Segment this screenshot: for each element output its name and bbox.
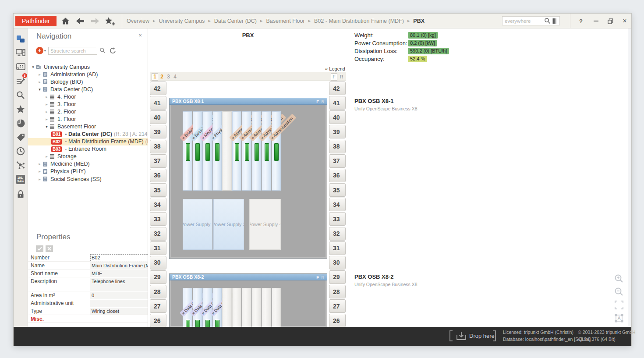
tree-item[interactable]: ▸Biology (BIO) bbox=[28, 78, 148, 85]
expand-icon[interactable]: ▸ bbox=[37, 162, 42, 166]
tags-button[interactable] bbox=[14, 131, 28, 143]
tree-item[interactable]: B03- Entrance Room bbox=[28, 145, 148, 153]
devices-button[interactable] bbox=[14, 47, 28, 59]
back-button[interactable] bbox=[74, 15, 86, 27]
property-value[interactable]: 0 bbox=[90, 292, 148, 299]
property-value[interactable]: Wiring closet bbox=[90, 308, 148, 315]
rack-r-label[interactable]: R bbox=[321, 99, 324, 104]
expand-icon[interactable]: ▸ bbox=[37, 177, 42, 181]
status-led bbox=[205, 320, 210, 327]
breadcrumb-item[interactable]: University Campus bbox=[159, 18, 205, 24]
drop-target[interactable] bbox=[456, 331, 467, 342]
breadcrumb-item[interactable]: B02 - Main Distribution Frame (MDF) bbox=[314, 18, 404, 24]
rack-front-rear-toggle[interactable]: FR bbox=[314, 99, 324, 104]
security-button[interactable] bbox=[14, 188, 28, 200]
rack-slot[interactable] bbox=[262, 288, 271, 327]
rack-slot[interactable] bbox=[242, 288, 251, 327]
tree-item[interactable]: ▸Social Sciences (SS) bbox=[28, 175, 148, 183]
history-button[interactable] bbox=[14, 145, 28, 157]
tree-item[interactable]: ▸3. Floor bbox=[28, 100, 148, 108]
property-value[interactable] bbox=[90, 300, 148, 307]
breadcrumb-item[interactable]: Data Center (DC) bbox=[214, 18, 257, 24]
rack-slot[interactable] bbox=[222, 288, 232, 327]
structure-search-input[interactable] bbox=[48, 47, 97, 55]
breadcrumb-item[interactable]: PBX bbox=[413, 18, 425, 24]
rack-header[interactable]: PBX OSB X8-1FR bbox=[170, 98, 327, 105]
expand-icon[interactable]: ▸ bbox=[44, 117, 50, 121]
tree-item[interactable]: ▸2. Floor bbox=[28, 108, 148, 115]
rack-header[interactable]: PBX OSB X8-2FR bbox=[170, 274, 327, 280]
tree-item[interactable]: ▸Medicine (MED) bbox=[28, 160, 148, 168]
collapse-icon[interactable]: ▾ bbox=[37, 87, 42, 92]
breadcrumb-item[interactable]: Basement Floor bbox=[266, 18, 304, 24]
power-supply[interactable]: Power Supply 4 bbox=[249, 199, 281, 250]
navigation-tree-button[interactable] bbox=[14, 33, 28, 45]
tree-item[interactable]: ▸Storage bbox=[28, 153, 148, 160]
expand-icon[interactable]: ▸ bbox=[37, 72, 42, 77]
rack-f-label[interactable]: F bbox=[316, 275, 319, 280]
breadcrumb-item[interactable]: Overview bbox=[127, 18, 149, 24]
page-tab[interactable]: 4 bbox=[172, 74, 178, 80]
barcode-scan-icon[interactable] bbox=[552, 18, 558, 24]
tree-item[interactable]: B02- Main Distribution Frame (MDF)(R: bbox=[28, 138, 148, 145]
rack-slot[interactable] bbox=[232, 288, 242, 327]
property-value[interactable]: Telephone lines bbox=[90, 278, 148, 291]
expand-icon[interactable]: ▸ bbox=[44, 102, 50, 106]
tree-item[interactable]: ▸Physics (PHY) bbox=[28, 168, 148, 175]
tree-item[interactable]: ▾Basement Floor bbox=[28, 123, 148, 131]
tree-item[interactable]: ▾Data Center (DC) bbox=[28, 85, 148, 93]
close-button[interactable]: × bbox=[619, 16, 630, 26]
add-favorite-button[interactable] bbox=[104, 15, 116, 27]
structure-search-icon[interactable] bbox=[99, 47, 106, 53]
tasks-button[interactable]: 3 bbox=[14, 75, 28, 87]
zoom-in-button[interactable] bbox=[614, 273, 624, 284]
apply-properties-button[interactable] bbox=[36, 245, 43, 252]
rack-f-label[interactable]: F bbox=[316, 99, 319, 104]
tree-item[interactable]: B01- Data Center (DC)(R: 28 | A: 2145 | bbox=[28, 131, 148, 138]
forward-button[interactable] bbox=[89, 15, 101, 27]
zoom-fit-button[interactable] bbox=[614, 300, 624, 310]
expand-icon[interactable]: ▸ bbox=[44, 95, 50, 99]
power-supply[interactable]: Power Supply 3 bbox=[213, 199, 244, 250]
ip-addresses-button[interactable]: 192.0.0.1 bbox=[14, 173, 28, 185]
add-structure-button[interactable]: + bbox=[36, 47, 43, 54]
home-button[interactable] bbox=[59, 15, 71, 27]
zoom-out-button[interactable] bbox=[614, 287, 624, 297]
rack-front-rear-toggle[interactable]: FR bbox=[314, 274, 324, 280]
expand-icon[interactable]: ▸ bbox=[44, 110, 50, 114]
tree-item[interactable]: ▸Administration (AD) bbox=[28, 71, 148, 78]
minimize-button[interactable] bbox=[591, 16, 601, 26]
expand-icon[interactable]: ▸ bbox=[37, 169, 42, 174]
restore-button[interactable] bbox=[605, 16, 616, 26]
tree-item[interactable]: ▸1. Floor bbox=[28, 115, 148, 123]
favorites-button[interactable] bbox=[14, 103, 28, 115]
app-logo[interactable]: Pathfinder bbox=[15, 16, 57, 26]
global-search-input[interactable] bbox=[502, 18, 544, 24]
tree-item[interactable]: ▸4. Floor bbox=[28, 93, 148, 100]
expand-icon[interactable]: ▸ bbox=[44, 154, 50, 159]
reports-button[interactable] bbox=[14, 117, 28, 129]
rack-slot[interactable] bbox=[222, 111, 232, 191]
toggle-labels-button[interactable]: A bbox=[614, 313, 624, 323]
rack-slot[interactable] bbox=[272, 288, 281, 327]
panel-close-button[interactable]: × bbox=[137, 32, 144, 39]
cancel-properties-button[interactable] bbox=[46, 245, 53, 252]
property-value[interactable]: B02 bbox=[90, 254, 148, 261]
tree-item[interactable]: ▾University Campus bbox=[28, 63, 148, 71]
power-supply[interactable]: Power Supply 2 bbox=[183, 199, 212, 250]
help-button[interactable]: ? bbox=[576, 16, 586, 26]
refresh-icon[interactable] bbox=[110, 47, 116, 54]
topology-button[interactable] bbox=[14, 159, 28, 171]
collapse-icon[interactable]: ▾ bbox=[44, 124, 50, 129]
rack-slot[interactable] bbox=[252, 288, 262, 327]
vertical-scrollbar[interactable] bbox=[628, 28, 631, 327]
collapse-icon[interactable]: ▾ bbox=[30, 65, 36, 69]
rack-r-label[interactable]: R bbox=[321, 275, 324, 280]
property-value[interactable]: Main Distribution Frame (MDF) bbox=[90, 262, 148, 269]
chevron-down-icon[interactable]: ▾ bbox=[44, 49, 46, 53]
search-icon[interactable] bbox=[544, 18, 551, 24]
patch-panel-button[interactable] bbox=[14, 61, 28, 73]
search-view-button[interactable] bbox=[14, 89, 28, 101]
expand-icon[interactable]: ▸ bbox=[37, 80, 42, 84]
property-value[interactable]: MDF bbox=[90, 270, 148, 277]
